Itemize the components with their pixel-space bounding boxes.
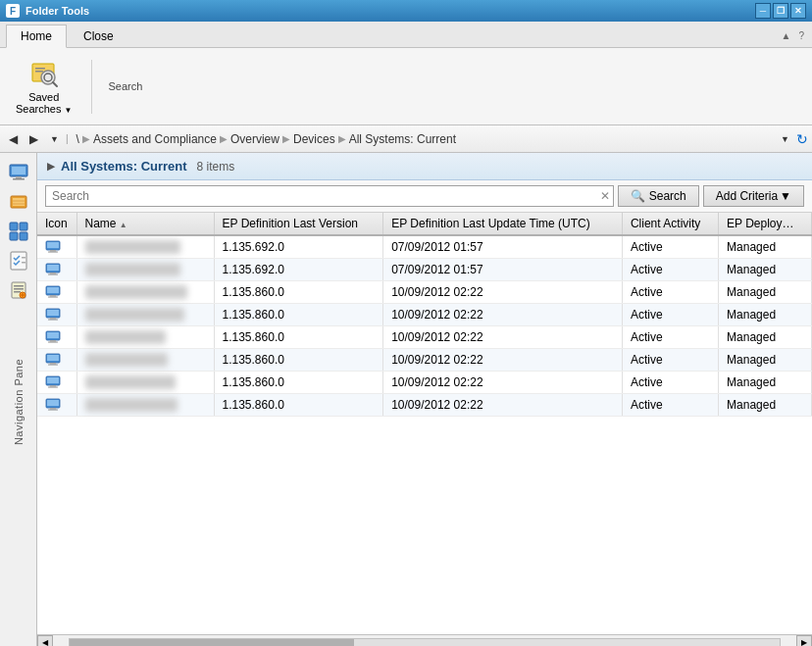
nav-pane: Navigation Pane (0, 153, 37, 646)
scroll-left-button[interactable]: ◀ (37, 635, 53, 647)
svg-rect-16 (10, 232, 18, 240)
ribbon-help-icon[interactable]: ? (794, 28, 808, 43)
tab-home[interactable]: Home (6, 25, 67, 48)
svg-rect-23 (14, 288, 24, 290)
col-update-time[interactable]: EP Definition Last Update Time (UTC) (383, 213, 623, 235)
breadcrumb-overview[interactable]: Overview (230, 132, 279, 146)
svg-rect-47 (48, 342, 58, 343)
search-button-ribbon[interactable]: Search (104, 78, 146, 94)
restore-button[interactable]: ❐ (773, 3, 788, 19)
ribbon: Home Close ▲ ? SavedSearches ▼ (0, 22, 812, 125)
cell-version: 1.135.860.0 (214, 394, 383, 417)
cell-icon (37, 235, 76, 259)
cell-update-time: 10/09/2012 02:22 (383, 349, 623, 372)
breadcrumb-arrow-3: ▶ (282, 133, 290, 144)
svg-rect-37 (47, 287, 59, 293)
table-row[interactable]: TERMINAL-006 1.135.860.0 10/09/2012 02:2… (37, 349, 812, 372)
nav-pane-label: Navigation Pane (13, 358, 25, 444)
svg-rect-20 (22, 262, 25, 264)
table-row[interactable]: PC-STATION-008 1.135.860.0 10/09/2012 02… (37, 394, 812, 417)
nav-icon-layers[interactable] (7, 190, 30, 214)
svg-rect-34 (50, 273, 56, 274)
refresh-button[interactable]: ↻ (796, 131, 808, 147)
svg-rect-53 (47, 377, 59, 383)
table-row[interactable]: DESKTOP-PC001 1.135.692.0 07/09/2012 01:… (37, 235, 812, 259)
cell-name: SERVER-NODE04 (76, 304, 214, 326)
nav-icon-checklist[interactable] (7, 249, 30, 273)
cell-icon (37, 281, 76, 304)
cell-icon (37, 372, 76, 394)
breadcrumb-current[interactable]: All Systems: Current (349, 132, 456, 146)
svg-rect-33 (47, 265, 59, 271)
saved-searches-button[interactable]: SavedSearches ▼ (8, 54, 79, 119)
forward-button[interactable]: ▶ (25, 129, 43, 149)
cell-activity: Active (622, 372, 718, 394)
svg-rect-15 (20, 223, 27, 230)
nav-icon-tools[interactable] (7, 278, 30, 302)
title-controls: ─ ❐ ✕ (755, 3, 806, 19)
close-button[interactable]: ✕ (790, 3, 806, 19)
cell-name: WORKSTATION-03 (76, 281, 214, 304)
svg-rect-54 (50, 385, 56, 387)
section-title: All Systems: Current (61, 159, 187, 174)
svg-rect-50 (50, 363, 56, 365)
tab-close[interactable]: Close (69, 25, 128, 47)
scroll-track[interactable] (69, 638, 781, 647)
cell-icon (37, 394, 76, 417)
nav-dropdown-button[interactable]: ▼ (45, 131, 64, 147)
table-row[interactable]: WORKSTATION-03 1.135.860.0 10/09/2012 02… (37, 281, 812, 304)
svg-rect-14 (10, 223, 18, 230)
ribbon-collapse-icon[interactable]: ▲ (778, 28, 795, 43)
nav-icon-computer[interactable] (7, 161, 30, 184)
breadcrumb-devices[interactable]: Devices (293, 132, 335, 146)
nav-icon-grid[interactable] (7, 220, 30, 243)
cell-update-time: 07/09/2012 01:57 (383, 235, 623, 259)
ribbon-tab-bar: Home Close ▲ ? (0, 22, 812, 48)
scroll-right-button[interactable]: ▶ (796, 635, 812, 647)
title-bar: F Folder Tools ─ ❐ ✕ (0, 0, 812, 22)
col-activity[interactable]: Client Activity (622, 213, 718, 235)
table-header-row: Icon Name ▲ EP Definition Last Version E… (37, 213, 812, 235)
back-button[interactable]: ◀ (4, 129, 23, 149)
search-icon: 🔍 (631, 189, 645, 203)
svg-rect-51 (48, 365, 58, 366)
minimize-button[interactable]: ─ (755, 3, 771, 19)
search-execute-button[interactable]: 🔍 Search (618, 185, 699, 207)
svg-rect-59 (48, 410, 58, 411)
search-input[interactable] (45, 185, 614, 207)
table-body: DESKTOP-PC001 1.135.692.0 07/09/2012 01:… (37, 235, 812, 417)
cell-update-time: 10/09/2012 02:22 (383, 394, 623, 417)
col-deploy[interactable]: EP Deploy… (719, 213, 812, 235)
breadcrumb-assets[interactable]: Assets and Compliance (93, 132, 217, 146)
horizontal-scrollbar[interactable]: ◀ ▶ (37, 634, 812, 646)
svg-rect-39 (48, 297, 58, 298)
section-header: ▶ All Systems: Current 8 items (37, 153, 812, 180)
add-criteria-button[interactable]: Add Criteria ▼ (703, 185, 804, 207)
table-row[interactable]: SERVER-NODE04 1.135.860.0 10/09/2012 02:… (37, 304, 812, 326)
search-clear-button[interactable]: ✕ (600, 189, 610, 203)
svg-rect-4 (35, 68, 45, 70)
col-icon[interactable]: Icon (37, 213, 76, 235)
col-name[interactable]: Name ▲ (76, 213, 214, 235)
cell-activity: Active (622, 394, 718, 417)
app-icon: F (6, 4, 20, 18)
nav-separator: | (66, 133, 69, 144)
cell-deploy: Managed (719, 326, 812, 349)
search-section: Search (104, 78, 146, 94)
table-row[interactable]: CLIENT-PC005 1.135.860.0 10/09/2012 02:2… (37, 326, 812, 349)
scroll-thumb[interactable] (70, 639, 354, 647)
cell-name: DESKTOP-PC001 (76, 235, 214, 259)
breadcrumb-dropdown-button[interactable]: ▼ (776, 131, 794, 147)
cell-deploy: Managed (719, 394, 812, 417)
cell-deploy: Managed (719, 304, 812, 326)
table-row[interactable]: NOTEBOOK-007 1.135.860.0 10/09/2012 02:2… (37, 372, 812, 394)
cell-version: 1.135.692.0 (214, 259, 383, 281)
expand-icon[interactable]: ▶ (47, 161, 55, 172)
table-container: Icon Name ▲ EP Definition Last Version E… (37, 213, 812, 634)
table-row[interactable]: LAPTOP-USER02 1.135.692.0 07/09/2012 01:… (37, 259, 812, 281)
col-version[interactable]: EP Definition Last Version (214, 213, 383, 235)
svg-rect-8 (16, 176, 22, 178)
cell-update-time: 10/09/2012 02:22 (383, 304, 623, 326)
saved-searches-arrow: ▼ (65, 106, 73, 115)
breadcrumb-root[interactable]: \ (76, 132, 79, 146)
